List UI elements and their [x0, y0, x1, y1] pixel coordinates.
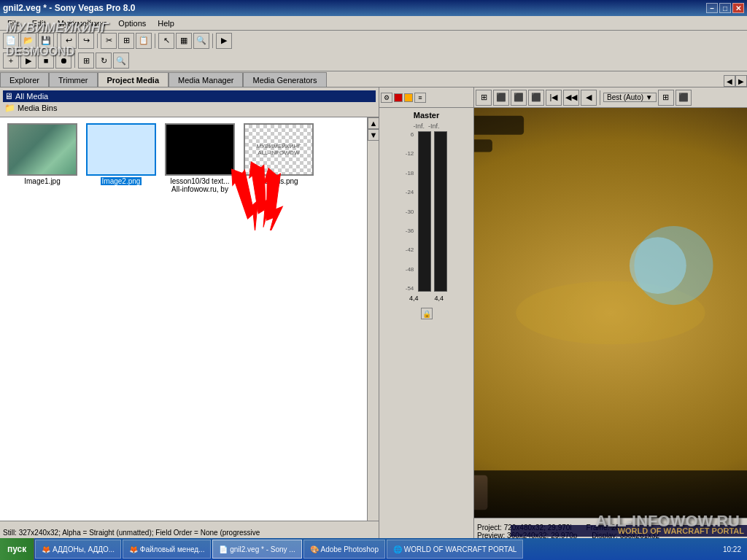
prev-tb-btn2[interactable]: ⬛ [493, 90, 509, 106]
media-item-lessons[interactable]: МУВИМЕЙКИНГALL-INFOWOW lessons.png [242, 123, 315, 515]
media-label-lesson: lesson10/3d text...All-infowow.ru, by [170, 177, 229, 193]
preview-game-content [474, 108, 747, 518]
minimize-button[interactable]: – [706, 3, 718, 13]
cut-button[interactable]: ✂ [101, 33, 117, 49]
prev-tb-btn8[interactable]: ⊞ [658, 90, 674, 106]
snap-btn[interactable]: ⊞ [78, 52, 94, 69]
zoom-in-btn[interactable]: 🔍 [113, 52, 129, 69]
files-icon: 🦊 [129, 545, 138, 553]
photoshop-label: Adobe Photoshop [320, 545, 379, 553]
svg-point-6 [630, 237, 686, 294]
menu-options[interactable]: Options [112, 18, 152, 29]
redo-button[interactable]: ↪ [78, 33, 94, 49]
stop-btn[interactable]: ■ [38, 52, 54, 69]
tab-media-manager[interactable]: Media Manager [169, 72, 243, 87]
preview-info-row: Project: 720x480x32; 29,970i Frame: 26 [477, 524, 744, 532]
media-item-image1[interactable]: Image1.jpg [6, 123, 79, 515]
play-btn[interactable]: ▶ [20, 52, 36, 69]
undo-button[interactable]: ↩ [61, 33, 77, 49]
open-button[interactable]: 📂 [20, 33, 36, 49]
taskbar-item-photoshop[interactable]: 🎨 Adobe Photoshop [303, 540, 385, 559]
tray-time: 10:22 [720, 545, 744, 553]
tab-project-media[interactable]: Project Media [98, 72, 169, 87]
maximize-button[interactable]: □ [719, 3, 731, 13]
media-sidebar: 🖥 All Media 📁 Media Bins [0, 88, 379, 117]
menu-help[interactable]: Help [152, 18, 180, 29]
menu-bar: File Edit Мувимейкинг Options Help [0, 16, 747, 31]
tab-explorer[interactable]: Explorer [0, 72, 49, 87]
copy-button[interactable]: ⊞ [118, 33, 134, 49]
scroll-down-btn[interactable]: ▼ [368, 129, 379, 141]
media-bins-icon: 📁 [4, 103, 15, 113]
select-button[interactable]: ▦ [176, 33, 192, 49]
quality-dropdown[interactable]: Best (Auto) ▼ [603, 93, 657, 102]
prev-tb-btn5[interactable]: |◀ [546, 90, 562, 106]
wow-label: WORLD OF WARCRAFT PORTAL [404, 545, 517, 553]
prev-tb-btn6[interactable]: ◀◀ [563, 90, 579, 106]
window-title: gnil2.veg * - Sony Vegas Pro 8.0 [3, 3, 135, 13]
taskbar-item-addons[interactable]: 🦊 АДДОНы, АДДО... [35, 540, 121, 559]
toolbar-row-2: + ▶ ■ ⏺ ⊞ ↻ 🔍 [0, 51, 747, 71]
meter-left [418, 131, 431, 292]
add-media-btn[interactable]: + [3, 52, 19, 69]
taskbar-item-wow[interactable]: 🌐 WORLD OF WARCRAFT PORTAL [387, 540, 523, 559]
render-button[interactable]: ▶ [216, 33, 232, 49]
svg-rect-15 [474, 475, 487, 510]
lock-btn[interactable]: 🔒 [421, 308, 433, 319]
svg-rect-11 [474, 470, 747, 518]
record-btn[interactable]: ⏺ [55, 52, 71, 69]
menu-file[interactable]: File [1, 18, 26, 29]
wow-icon: 🌐 [393, 545, 402, 553]
sep2 [97, 34, 98, 48]
project-info: Project: 720x480x32; 29,970i [477, 524, 572, 532]
taskbar-item-vegas[interactable]: 📄 gnil2.veg * - Sony ... [212, 540, 301, 559]
toolbar-area: МУВИМЕЙКИНГ BY DESMOOND 📄 📂 💾 ↩ ↪ ✂ ⊞ 📋 … [0, 31, 747, 71]
taskbar-item-files[interactable]: 🦊 Файловый менед... [123, 540, 211, 559]
media-status-line1: Still: 327x240x32; Alpha = Straight (unm… [3, 529, 376, 537]
audio-toolbar: ⚙ ≡ [379, 88, 473, 108]
files-label: Файловый менед... [140, 545, 205, 553]
media-item-lesson[interactable]: lesson10/3d text...All-infowow.ru, by [163, 123, 236, 515]
loop-btn[interactable]: ↻ [96, 52, 112, 69]
prev-tb-btn9[interactable]: ⬛ [676, 90, 692, 106]
paste-button[interactable]: 📋 [136, 33, 152, 49]
audio-tb-btn2[interactable]: ≡ [414, 93, 426, 103]
taskbar: пуск 🦊 АДДОНы, АДДО... 🦊 Файловый менед.… [0, 538, 747, 560]
preview-window [474, 108, 747, 518]
media-scrollbar[interactable]: ▲ ▼ [367, 117, 379, 521]
scroll-up-btn[interactable]: ▲ [368, 117, 379, 129]
prev-tb-btn4[interactable]: ⬛ [528, 90, 544, 106]
media-thumb-image1 [7, 123, 77, 176]
tree-all-media[interactable]: 🖥 All Media [3, 90, 376, 102]
close-button[interactable]: ✕ [732, 3, 744, 13]
tab-media-generators[interactable]: Media Generators [243, 72, 326, 87]
prev-tb-btn3[interactable]: ⬛ [511, 90, 527, 106]
master-label: Master [414, 111, 439, 120]
start-button[interactable]: пуск [0, 538, 34, 560]
tab-next-btn[interactable]: ▶ [735, 75, 747, 87]
svg-rect-9 [474, 139, 492, 152]
prev-tb-btn1[interactable]: ⊞ [476, 90, 492, 106]
menu-edit[interactable]: Edit [26, 18, 52, 29]
audio-tb-btn1[interactable]: ⚙ [381, 93, 392, 103]
audio-led-red [394, 93, 403, 102]
tree-media-bins[interactable]: 📁 Media Bins [3, 102, 376, 114]
menu-custom[interactable]: Мувимейкинг [52, 18, 113, 29]
new-button[interactable]: 📄 [3, 33, 19, 49]
prev-tb-btn7[interactable]: ◀ [581, 90, 597, 106]
tab-trimmer[interactable]: Trimmer [49, 72, 98, 87]
title-bar: gnil2.veg * - Sony Vegas Pro 8.0 – □ ✕ [0, 0, 747, 16]
zoom-button[interactable]: 🔍 [193, 33, 209, 49]
media-item-image2[interactable]: Image2.png [85, 123, 158, 515]
media-thumb-image2 [86, 123, 156, 176]
cursor-button[interactable]: ↖ [158, 33, 174, 49]
prev-sep1 [600, 90, 600, 105]
tab-arrows: ◀ ▶ [724, 75, 747, 87]
tab-prev-btn[interactable]: ◀ [724, 75, 735, 87]
media-grid: Image1.jpg Image2.png lesson10/3d text..… [0, 117, 367, 521]
sep5 [74, 53, 75, 68]
tabs-bar: Explorer Trimmer Project Media Media Man… [0, 71, 747, 88]
save-button[interactable]: 💾 [38, 33, 54, 49]
meter-scale: 6 -12 -18 -24 -30 -36 -42 -48 -54 [406, 131, 416, 292]
sep4 [212, 34, 213, 48]
